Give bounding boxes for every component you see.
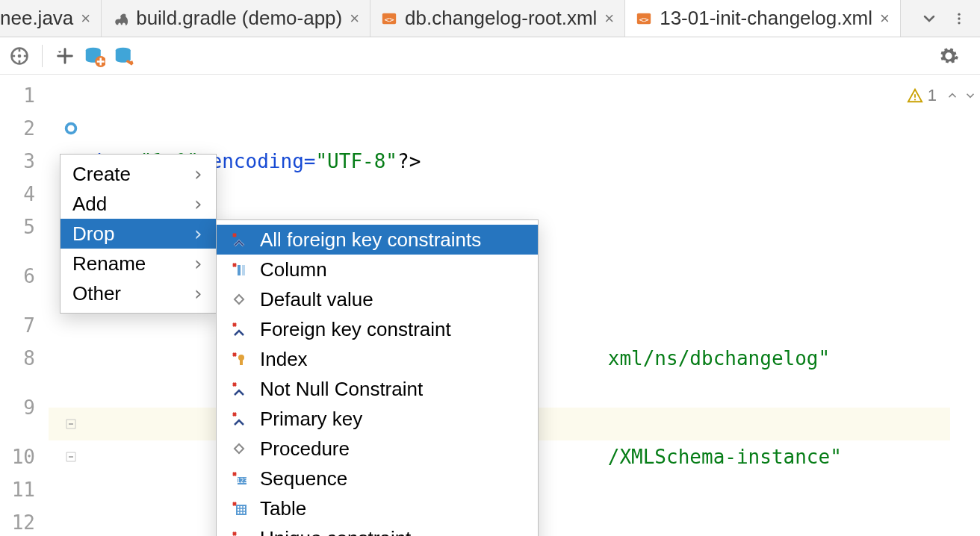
submenu-item-fk[interactable]: Foreign key constraint — [217, 314, 538, 344]
close-icon[interactable]: × — [81, 9, 90, 28]
line-number: 10 — [0, 440, 49, 473]
svg-point-14 — [914, 99, 916, 100]
editor-toolbar — [0, 37, 980, 75]
tab-build-gradle[interactable]: build.gradle (demo-app) × — [102, 0, 370, 37]
menu-item-create[interactable]: Create› — [61, 159, 216, 189]
line-number: 7 — [0, 309, 49, 342]
tab-label: 13-01-init-changelog.xml — [660, 7, 872, 30]
line-number: 11 — [0, 473, 49, 506]
editor: 1 2 3 4 5 6 7 8 9 10 11 12 ion="1.0" enc… — [0, 75, 980, 536]
submenu-item-index[interactable]: Index — [217, 344, 538, 374]
svg-rect-21 — [237, 505, 246, 514]
context-submenu-drop: All foreign key constraints Column Defau… — [216, 219, 539, 536]
submenu-item-sequence[interactable]: 123 Sequence — [217, 464, 538, 493]
database-export-icon[interactable] — [113, 45, 135, 67]
all-fk-icon — [229, 229, 249, 250]
svg-text:<>: <> — [639, 14, 650, 24]
xml-tag-icon: <> — [381, 10, 397, 27]
line-number: 5 — [0, 211, 49, 243]
submenu-item-column[interactable]: Column — [217, 255, 538, 284]
unique-icon — [229, 528, 249, 536]
index-icon — [229, 349, 249, 370]
breakpoint-icon[interactable] — [49, 112, 93, 145]
tab-changelog-root[interactable]: <> db.changelog-root.xml × — [370, 0, 625, 37]
menu-item-other[interactable]: Other› — [61, 278, 216, 308]
tab-label: nee.java — [0, 7, 73, 30]
procedure-icon — [229, 438, 249, 459]
svg-point-6 — [958, 22, 960, 24]
fk-icon — [229, 319, 249, 340]
warning-count: 1 — [928, 86, 937, 105]
svg-text:123: 123 — [237, 478, 248, 484]
svg-rect-18 — [240, 360, 243, 365]
svg-point-13 — [67, 125, 74, 131]
line-number: 4 — [0, 178, 49, 211]
notnull-icon — [229, 378, 249, 399]
svg-point-17 — [238, 355, 244, 361]
line-number: 6 — [0, 243, 49, 309]
menu-item-add[interactable]: Add› — [61, 189, 216, 219]
gutter: 1 2 3 4 5 6 7 8 9 10 11 12 — [0, 75, 49, 536]
submenu-item-table[interactable]: Table — [217, 493, 538, 523]
tabs-overflow — [907, 10, 980, 28]
svg-rect-15 — [238, 265, 241, 275]
target-icon[interactable] — [9, 46, 30, 66]
submenu-item-pk[interactable]: Primary key — [217, 404, 538, 434]
line-number: 9 — [0, 375, 49, 440]
chevron-right-icon: › — [192, 282, 204, 305]
chevron-right-icon: › — [192, 252, 204, 275]
default-icon — [229, 289, 249, 310]
svg-point-5 — [958, 17, 960, 19]
close-icon[interactable]: × — [604, 9, 614, 28]
line-number: 12 — [0, 506, 49, 536]
fold-marker-icon[interactable] — [49, 408, 93, 440]
submenu-item-unique[interactable]: Unique constraint — [217, 523, 538, 536]
menu-item-drop[interactable]: Drop› — [61, 219, 216, 249]
tab-init-changelog[interactable]: <> 13-01-init-changelog.xml × — [625, 0, 901, 37]
context-menu: Create› Add› Drop› Rename› Other› — [60, 154, 217, 314]
submenu-item-all-fk[interactable]: All foreign key constraints — [217, 225, 538, 255]
svg-rect-16 — [242, 265, 245, 275]
line-number: 3 — [0, 145, 49, 178]
editor-tabs: nee.java × build.gradle (demo-app) × <> … — [0, 0, 980, 37]
table-icon — [229, 498, 249, 519]
inspections-gutter: 1 — [950, 75, 980, 536]
add-icon[interactable] — [55, 46, 75, 66]
chevron-down-icon[interactable] — [920, 10, 938, 28]
warning-icon[interactable] — [907, 87, 923, 104]
more-icon[interactable] — [952, 10, 967, 28]
gear-icon[interactable] — [938, 46, 971, 66]
tab-partial[interactable]: nee.java × — [0, 0, 102, 37]
submenu-item-default[interactable]: Default value — [217, 284, 538, 314]
close-icon[interactable]: × — [880, 9, 890, 28]
svg-point-8 — [18, 54, 22, 57]
submenu-item-notnull[interactable]: Not Null Constraint — [217, 374, 538, 404]
chevron-right-icon: › — [192, 222, 204, 245]
fold-marker-icon[interactable] — [49, 440, 93, 473]
separator — [42, 45, 43, 67]
line-number: 8 — [0, 342, 49, 375]
xml-tag-icon: <> — [636, 10, 652, 27]
svg-point-4 — [958, 13, 960, 15]
chevron-up-icon[interactable] — [946, 89, 959, 102]
column-icon — [229, 259, 249, 280]
close-icon[interactable]: × — [350, 9, 359, 28]
chevron-right-icon: › — [192, 163, 204, 185]
svg-text:<>: <> — [384, 14, 394, 24]
line-number: 1 — [0, 79, 49, 112]
submenu-item-procedure[interactable]: Procedure — [217, 434, 538, 464]
tab-label: db.changelog-root.xml — [405, 7, 597, 30]
sequence-icon: 123 — [229, 468, 249, 489]
menu-item-rename[interactable]: Rename› — [61, 249, 216, 278]
gradle-icon — [112, 10, 128, 27]
tab-label: build.gradle (demo-app) — [136, 7, 342, 30]
pk-icon — [229, 408, 249, 429]
line-number: 2 — [0, 112, 49, 145]
chevron-down-icon[interactable] — [964, 89, 977, 102]
database-add-icon[interactable] — [83, 45, 105, 67]
chevron-right-icon: › — [192, 193, 204, 215]
